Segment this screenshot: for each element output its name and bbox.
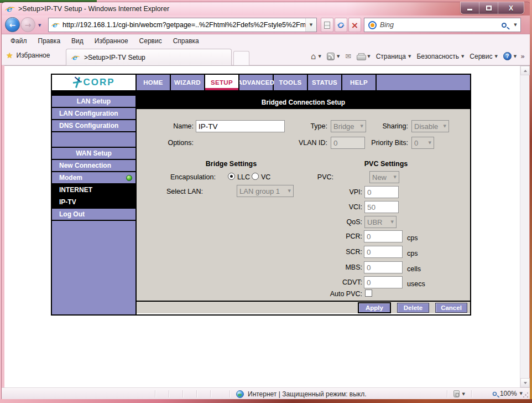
cdvt-unit: usecs xyxy=(407,280,425,288)
stop-icon: × xyxy=(351,20,358,30)
toolbar-overflow-chevron[interactable]: » xyxy=(519,53,526,60)
close-button[interactable]: X xyxy=(498,2,524,14)
search-button[interactable] xyxy=(497,18,510,32)
router-main: Bridged Connection Setup Name: Type: Bri… xyxy=(137,96,470,314)
sidebar-item-ip-tv[interactable]: IP-TV xyxy=(52,197,135,209)
compatibility-view-button[interactable] xyxy=(321,18,333,32)
print-button[interactable]: ▼ xyxy=(354,51,373,61)
tab-favicon-icon: e xyxy=(72,54,80,61)
resize-grip[interactable] xyxy=(523,392,529,398)
menu-tools[interactable]: Сервис xyxy=(134,35,168,46)
maximize-button[interactable] xyxy=(479,2,498,14)
search-box[interactable]: Bing ▼ xyxy=(364,18,521,32)
menu-file[interactable]: Файл xyxy=(5,35,33,46)
feeds-button[interactable]: ▼ xyxy=(324,51,342,62)
scr-label: SCR: xyxy=(324,248,362,256)
sidebar-item-lan-setup: LAN Setup xyxy=(52,96,135,108)
status-divider xyxy=(182,390,183,397)
zoom-control[interactable]: 100% ▼ xyxy=(492,390,523,397)
acorp-logo-text: CORP xyxy=(83,77,114,88)
tab-help[interactable]: HELP xyxy=(342,75,377,90)
favorites-button[interactable]: ★ Избранное xyxy=(6,51,50,59)
menu-favorites[interactable]: Избранное xyxy=(89,35,134,46)
cancel-button[interactable]: Cancel xyxy=(435,303,467,313)
vci-label: VCI: xyxy=(324,203,362,211)
menu-help[interactable]: Справка xyxy=(168,35,205,46)
tab-home[interactable]: HOME xyxy=(137,75,171,90)
zone-status-text: Интернет | Защищенный режим: выкл. xyxy=(248,390,367,398)
tab-setup[interactable]: SETUP xyxy=(205,75,239,90)
page-icon: e xyxy=(52,21,60,29)
title-bar[interactable]: e >Setup>IP-TV Setup - Windows Internet … xyxy=(2,2,530,16)
maximize-icon xyxy=(486,6,492,11)
navigation-bar: ← → ▼ e http://192.168.1.1/cgi-bin/webcm… xyxy=(2,16,530,34)
tab-advanced[interactable]: ADVANCED xyxy=(239,75,274,90)
scroll-down-button[interactable] xyxy=(520,378,530,388)
bridge-settings-heading: Bridge Settings xyxy=(187,160,275,168)
stop-button[interactable]: × xyxy=(348,18,361,32)
minimize-button[interactable] xyxy=(461,2,479,14)
address-bar[interactable]: e http://192.168.1.1/cgi-bin/webcm?getpa… xyxy=(48,18,317,32)
llc-label: LLC xyxy=(237,173,250,181)
form-title: Bridged Connection Setup xyxy=(137,96,470,109)
refresh-button[interactable] xyxy=(335,18,347,32)
sidebar-item-log-out[interactable]: Log Out xyxy=(52,209,135,221)
tools-menu-button[interactable]: Сервис ▼ xyxy=(467,51,500,62)
delete-button[interactable]: Delete xyxy=(397,303,429,313)
tab-status[interactable]: STATUS xyxy=(308,75,342,90)
sidebar-item-new-connection[interactable]: New Connection xyxy=(52,160,135,172)
search-input[interactable]: Bing xyxy=(380,21,497,29)
sidebar-item-dns-configuration[interactable]: DNS Configuration xyxy=(52,120,135,132)
home-button[interactable]: ⌂ ▼ xyxy=(308,51,324,62)
forward-arrow-icon: → xyxy=(25,20,32,29)
browser-tab[interactable]: e >Setup>IP-TV Setup xyxy=(66,49,232,65)
router-page: CORP HOME WIZARD SETUP ADVANCED TOOLS ST… xyxy=(51,74,471,316)
priority-bits-dropdown-icon: ▼ xyxy=(429,141,431,145)
sidebar-item-lan-configuration[interactable]: LAN Configuration xyxy=(52,108,135,120)
apply-button[interactable]: Apply xyxy=(358,302,391,313)
favorites-star-icon: ★ xyxy=(6,51,13,59)
scr-input xyxy=(364,246,403,258)
tab-wizard[interactable]: WIZARD xyxy=(171,75,205,90)
address-url[interactable]: http://192.168.1.1/cgi-bin/webcm?getpage… xyxy=(62,21,305,29)
llc-radio[interactable] xyxy=(228,173,235,180)
safety-menu-button[interactable]: Безопасность ▼ xyxy=(414,51,467,62)
type-dropdown-icon: ▼ xyxy=(361,124,363,128)
pvc-label: PVC: xyxy=(295,173,333,181)
page-menu-button[interactable]: Страница ▼ xyxy=(373,51,414,62)
wallpaper-strip xyxy=(530,0,532,403)
mbs-input xyxy=(364,261,403,273)
vpi-input xyxy=(364,186,399,198)
address-dropdown-button[interactable]: ▼ xyxy=(305,18,316,32)
search-dropdown-button[interactable]: ▼ xyxy=(510,18,520,32)
recent-pages-dropdown[interactable]: ▼ xyxy=(38,23,41,28)
menu-edit[interactable]: Правка xyxy=(33,35,66,46)
new-tab-button[interactable] xyxy=(233,51,249,65)
cdvt-label: CDVT: xyxy=(324,278,362,286)
auto-pvc-checkbox[interactable] xyxy=(365,290,372,297)
vc-radio[interactable] xyxy=(252,173,259,180)
read-mail-button[interactable]: ✉ xyxy=(342,50,354,62)
compatibility-view-icon xyxy=(324,22,330,29)
name-label: Name: xyxy=(141,122,194,130)
protected-mode-button[interactable]: ▼ xyxy=(453,390,465,397)
type-label: Type: xyxy=(300,122,327,130)
router-nav-tabs: HOME WIZARD SETUP ADVANCED TOOLS STATUS … xyxy=(137,75,470,90)
scroll-up-button[interactable] xyxy=(520,66,530,75)
sidebar-item-internet[interactable]: INTERNET xyxy=(52,184,135,197)
menu-view[interactable]: Вид xyxy=(66,35,89,46)
forward-button[interactable]: → xyxy=(20,17,35,32)
priority-bits-label: Priority Bits: xyxy=(353,139,408,147)
sidebar-item-modem[interactable]: Modem xyxy=(52,172,135,184)
window-title: >Setup>IP-TV Setup - Windows Internet Ex… xyxy=(18,5,169,13)
vertical-scrollbar[interactable] xyxy=(520,66,529,388)
tab-title: >Setup>IP-TV Setup xyxy=(84,54,145,61)
name-input[interactable] xyxy=(196,120,285,132)
tab-tools[interactable]: TOOLS xyxy=(274,75,308,90)
back-button[interactable]: ← xyxy=(5,17,20,32)
page-menu-label: Страница xyxy=(376,53,406,60)
page-menu-dropdown-icon: ▼ xyxy=(408,54,411,59)
priority-bits-value: 0 xyxy=(414,139,418,147)
help-menu-button[interactable]: ? ▼ xyxy=(500,50,519,62)
priority-bits-select: 0 ▼ xyxy=(411,137,434,149)
